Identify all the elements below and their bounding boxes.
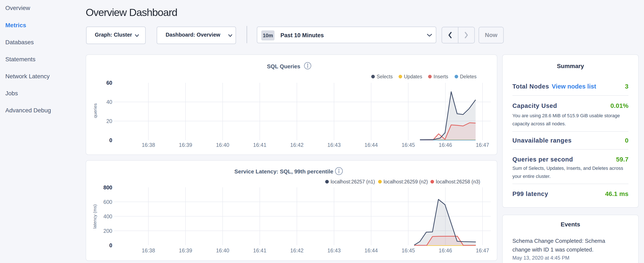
svg-text:16:39: 16:39 <box>179 247 192 253</box>
svg-text:Updates: Updates <box>404 74 422 79</box>
svg-text:localhost:26259 (n2): localhost:26259 (n2) <box>384 179 428 184</box>
svg-text:16:43: 16:43 <box>328 142 341 148</box>
svg-text:localhost:26258 (n3): localhost:26258 (n3) <box>436 179 480 184</box>
svg-text:queries: queries <box>93 103 98 118</box>
svg-text:Deletes: Deletes <box>460 74 477 79</box>
svg-text:60: 60 <box>106 80 112 86</box>
svg-text:16:39: 16:39 <box>179 142 192 148</box>
svg-text:16:44: 16:44 <box>364 142 378 148</box>
svg-text:16:42: 16:42 <box>290 142 304 148</box>
svg-text:0: 0 <box>109 137 112 143</box>
svg-text:16:40: 16:40 <box>216 247 230 253</box>
svg-text:16:46: 16:46 <box>439 247 452 253</box>
svg-text:16:41: 16:41 <box>253 142 266 148</box>
svg-text:600: 600 <box>103 199 112 205</box>
svg-text:Selects: Selects <box>377 74 393 79</box>
svg-text:Inserts: Inserts <box>434 74 448 79</box>
svg-text:16:38: 16:38 <box>142 247 155 253</box>
svg-text:16:41: 16:41 <box>253 247 266 253</box>
svg-text:16:43: 16:43 <box>328 247 341 253</box>
svg-text:16:45: 16:45 <box>402 247 415 253</box>
svg-text:SQL Queries: SQL Queries <box>267 63 300 70</box>
svg-text:800: 800 <box>103 184 112 190</box>
svg-text:latency (ms): latency (ms) <box>92 204 97 228</box>
svg-text:16:40: 16:40 <box>216 142 230 148</box>
svg-text:40: 40 <box>106 99 112 105</box>
svg-text:16:45: 16:45 <box>402 142 415 148</box>
svg-text:16:38: 16:38 <box>142 142 155 148</box>
svg-text:16:46: 16:46 <box>439 142 452 148</box>
svg-text:16:42: 16:42 <box>290 247 304 253</box>
svg-text:0: 0 <box>109 242 112 248</box>
svg-text:16:47: 16:47 <box>476 142 489 148</box>
svg-text:200: 200 <box>103 228 112 234</box>
svg-text:16:47: 16:47 <box>476 247 489 253</box>
svg-text:400: 400 <box>103 213 112 219</box>
svg-text:Service Latency: SQL, 99th per: Service Latency: SQL, 99th percentile <box>234 168 333 175</box>
svg-text:20: 20 <box>106 118 112 124</box>
svg-text:localhost:26257 (n1): localhost:26257 (n1) <box>330 179 375 184</box>
svg-text:16:44: 16:44 <box>364 247 378 253</box>
